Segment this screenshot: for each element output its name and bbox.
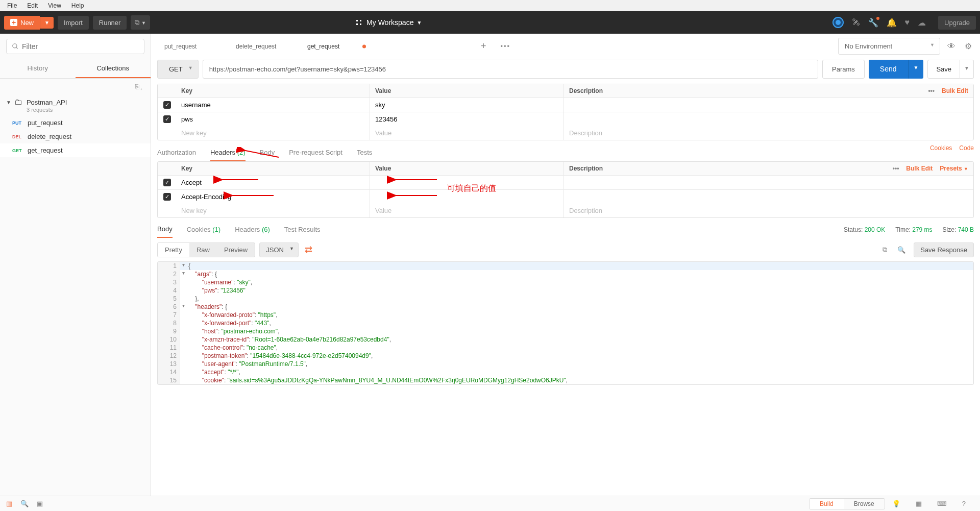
shortcuts-icon[interactable]: ⌨ [937,500,947,507]
layout-icon[interactable]: ▦ [916,500,922,507]
param-key[interactable] [181,115,364,123]
params-button[interactable]: Params [822,60,865,79]
resp-tab-body[interactable]: Body [157,221,173,238]
header-value[interactable] [375,193,558,201]
param-desc-input[interactable] [569,129,968,137]
url-input[interactable] [203,60,818,79]
upgrade-button[interactable]: Upgrade [938,16,976,30]
checkbox[interactable]: ✓ [163,101,171,109]
header-key-input[interactable] [181,207,364,214]
wrap-icon[interactable]: ⇄ [303,242,314,257]
menu-edit[interactable]: Edit [22,1,43,10]
copy-icon[interactable]: ⧉ [880,244,889,256]
bulk-edit-link[interactable]: Bulk Edit [906,165,933,172]
request-tab[interactable]: get_request [300,39,372,54]
header-desc[interactable] [569,193,968,201]
param-value[interactable] [375,101,558,109]
browse-tab[interactable]: Browse [844,499,885,509]
environment-preview-icon[interactable]: 👁 [945,40,958,53]
more-icon[interactable]: ••• [893,165,899,172]
resp-tab-cookies[interactable]: Cookies (1) [187,222,220,237]
workspace-selector[interactable]: My Workspace ▼ [355,18,422,27]
bell-icon[interactable]: 🔔 [887,18,897,28]
save-dropdown[interactable]: ▼ [960,60,974,79]
add-tab-button[interactable]: + [476,39,492,54]
sync-icon[interactable] [832,17,844,28]
resp-tab-tests[interactable]: Test Results [284,222,321,237]
environment-selector[interactable]: No Environment [838,38,940,55]
filter-box[interactable] [6,39,144,54]
param-desc[interactable] [569,101,968,109]
time-value: 279 ms [912,226,932,233]
tab-prerequest[interactable]: Pre-request Script [289,144,342,161]
preview-button[interactable]: Preview [217,243,255,257]
filter-input[interactable] [22,42,139,51]
param-key[interactable] [181,101,364,109]
code-link[interactable]: Code [959,144,974,161]
tab-history[interactable]: History [0,59,76,78]
tab-body[interactable]: Body [260,144,275,161]
environment-settings-icon[interactable]: ⚙ [963,39,974,53]
menu-help[interactable]: Help [66,1,89,10]
sidebar-request-item[interactable]: DELdelete_request [0,130,151,143]
collection-header[interactable]: ▼ 🗀 Postman_API [6,98,144,107]
import-button[interactable]: Import [58,16,89,30]
bootcamp-icon[interactable]: 💡 [892,500,900,507]
new-collection-icon[interactable]: ⎘₊ [135,83,143,90]
param-desc[interactable] [569,115,968,123]
new-button[interactable]: +New [4,16,40,30]
bulk-edit-link[interactable]: Bulk Edit [942,87,968,94]
param-key-input[interactable] [181,129,364,137]
cookies-link[interactable]: Cookies [930,144,952,161]
response-body[interactable]: 1▾{2▾ "args": {3 "username": "sky",4 "pw… [157,261,974,385]
method-selector[interactable]: GET [157,60,199,79]
header-key[interactable] [181,179,364,186]
tab-headers[interactable]: Headers (2) [210,144,246,161]
sidebar-toggle-icon[interactable]: ▥ [6,500,12,507]
runner-button[interactable]: Runner [93,16,127,30]
code-line: 14 "accept": "*/*", [158,368,973,376]
param-value[interactable] [375,115,558,123]
heart-icon[interactable]: ♥ [905,18,910,27]
help-icon[interactable]: ? [962,500,966,507]
sidebar-request-item[interactable]: PUTput_request [0,116,151,130]
request-tab[interactable]: delete_request [229,39,300,54]
checkbox[interactable]: ✓ [163,179,171,186]
header-value[interactable] [375,179,558,186]
checkbox[interactable]: ✓ [163,115,171,123]
header-key[interactable] [181,193,364,201]
send-button[interactable]: Send [869,60,908,79]
menu-view[interactable]: View [43,1,66,10]
tab-authorization[interactable]: Authorization [157,144,196,161]
find-icon[interactable]: 🔍 [20,500,29,507]
presets-link[interactable]: Presets ▼ [940,165,968,172]
tab-tests[interactable]: Tests [357,144,372,161]
build-tab[interactable]: Build [810,499,844,509]
wrench-icon[interactable]: 🔧 [868,18,878,28]
header-value-input[interactable] [375,207,558,214]
param-value-input[interactable] [375,129,558,137]
cloud-icon[interactable]: ☁ [918,18,926,28]
satellite-icon[interactable]: 🛰 [852,18,860,27]
chevron-down-icon: ▼ [416,20,422,26]
header-desc-input[interactable] [569,207,968,214]
search-icon[interactable]: 🔍 [895,244,908,256]
send-dropdown[interactable]: ▼ [908,60,924,79]
new-dropdown[interactable]: ▼ [40,17,54,29]
resp-tab-headers[interactable]: Headers (6) [235,222,270,237]
checkbox[interactable]: ✓ [163,193,171,201]
save-response-button[interactable]: Save Response [914,242,974,257]
tab-collections[interactable]: Collections [76,59,151,78]
raw-button[interactable]: Raw [189,243,217,257]
save-button[interactable]: Save [927,60,960,79]
menu-file[interactable]: File [2,1,22,10]
more-icon[interactable]: ••• [928,87,935,94]
format-selector[interactable]: JSON [259,242,299,257]
pretty-button[interactable]: Pretty [158,243,189,257]
header-desc[interactable] [569,179,968,186]
sidebar-request-item[interactable]: GETget_request [0,143,151,157]
tab-more-button[interactable]: ••• [496,40,514,52]
request-tab[interactable]: put_request [157,39,229,54]
console-icon[interactable]: ▣ [37,500,43,507]
window-button[interactable]: ⧉ ▼ [131,15,150,30]
